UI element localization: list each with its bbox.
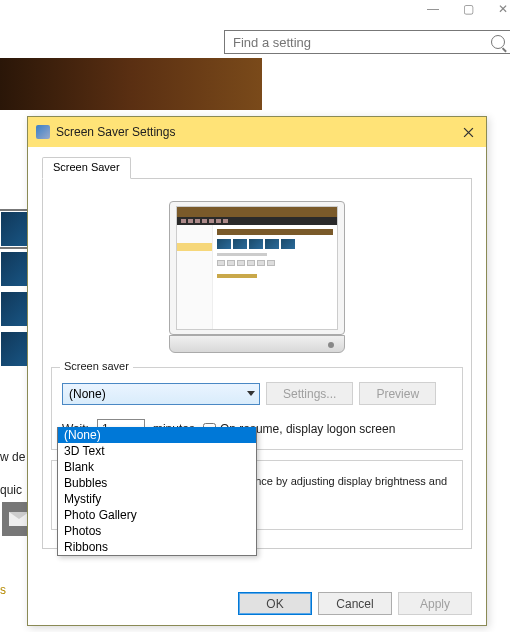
apply-button[interactable]: Apply: [398, 592, 472, 615]
dropdown-option-photos[interactable]: Photos: [58, 523, 256, 539]
dropdown-option-3dtext[interactable]: 3D Text: [58, 443, 256, 459]
screensaver-combobox[interactable]: (None): [62, 383, 260, 405]
ok-button[interactable]: OK: [238, 592, 312, 615]
preview-button[interactable]: Preview: [359, 382, 436, 405]
bg-hero-image: [0, 58, 262, 110]
dropdown-option-none[interactable]: (None): [58, 427, 256, 443]
tab-screen-saver[interactable]: Screen Saver: [42, 157, 131, 179]
dropdown-option-bubbles[interactable]: Bubbles: [58, 475, 256, 491]
cancel-button[interactable]: Cancel: [318, 592, 392, 615]
screensaver-dropdown-list[interactable]: (None) 3D Text Blank Bubbles Mystify Pho…: [57, 427, 257, 556]
bg-text-fragment: w de: [0, 450, 25, 464]
group-label: Screen saver: [60, 360, 133, 372]
bg-window-controls: —▢✕: [427, 2, 508, 16]
bg-text-fragment: s: [0, 583, 6, 597]
dropdown-option-blank[interactable]: Blank: [58, 459, 256, 475]
screensaver-preview-monitor: [169, 201, 345, 353]
settings-search-input[interactable]: [233, 35, 473, 50]
search-icon: [491, 35, 505, 49]
dropdown-option-mystify[interactable]: Mystify: [58, 491, 256, 507]
bg-text-fragment: quic: [0, 483, 22, 497]
dialog-title: Screen Saver Settings: [56, 125, 175, 139]
tab-strip: Screen Saver: [42, 157, 472, 179]
settings-search-box[interactable]: [224, 30, 510, 54]
dialog-icon: [36, 125, 50, 139]
dropdown-option-photogallery[interactable]: Photo Gallery: [58, 507, 256, 523]
chevron-down-icon: [247, 391, 255, 396]
close-button[interactable]: [458, 122, 478, 142]
dropdown-option-ribbons[interactable]: Ribbons: [58, 539, 256, 555]
settings-button[interactable]: Settings...: [266, 382, 353, 405]
dialog-titlebar: Screen Saver Settings: [28, 117, 486, 147]
combobox-value: (None): [69, 387, 106, 401]
